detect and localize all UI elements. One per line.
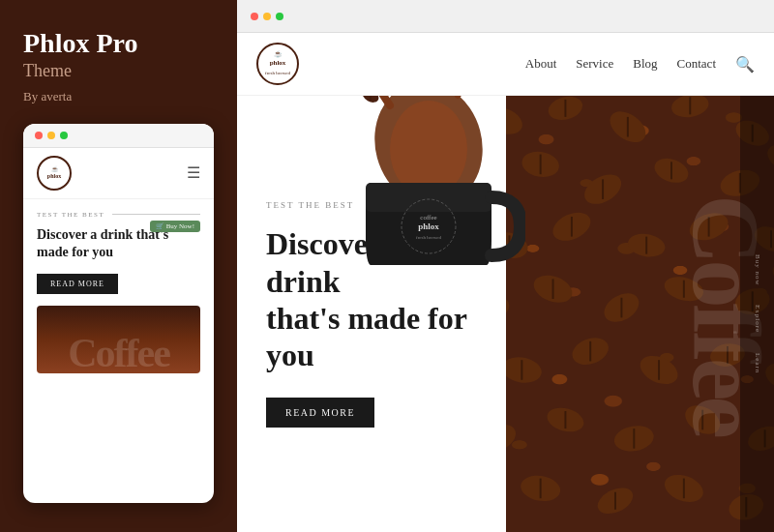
svg-text:phlox: phlox <box>418 222 439 231</box>
browser-dot-green <box>276 13 283 20</box>
coffee-splash-svg: coffee phlox fresh brewed <box>332 96 525 280</box>
hero-section: TEST THE BEST Discover a drink that's ma… <box>237 96 774 532</box>
svg-point-60 <box>506 354 544 386</box>
right-sidebar-panel: Buy now Explore Learn <box>740 96 774 532</box>
hero-left: TEST THE BEST Discover a drink that's ma… <box>237 96 506 532</box>
svg-point-70 <box>506 419 521 458</box>
browser-dot-yellow <box>263 13 271 20</box>
sidebar-right-item-2: Explore <box>754 305 761 333</box>
nav-service[interactable]: Service <box>576 56 613 72</box>
buy-now-badge[interactable]: 🛒 Buy Now! <box>150 221 200 232</box>
mobile-topbar <box>23 124 214 148</box>
nav-blog[interactable]: Blog <box>633 56 657 72</box>
svg-text:fresh brewed: fresh brewed <box>416 235 441 240</box>
hero-right: Coffee Buy now Explore Learn <box>506 96 775 532</box>
beans-svg <box>506 96 775 532</box>
mobile-coffee-text: Coffee <box>68 333 169 373</box>
brand-logo: ☕phloxfresh brewed <box>256 43 299 85</box>
svg-rect-11 <box>366 183 491 212</box>
read-more-button[interactable]: READ MORE <box>266 398 374 428</box>
hamburger-icon[interactable]: ☰ <box>187 163 200 182</box>
mobile-coffee-image: Coffee <box>37 306 200 373</box>
nav-about[interactable]: About <box>525 56 557 72</box>
dot-yellow <box>47 132 55 139</box>
dot-green <box>60 132 68 139</box>
mobile-logo: ☕phlox <box>37 156 72 191</box>
mobile-preview-card: ☕phlox ☰ TEST THE BEST 🛒 Buy Now! Discov… <box>23 124 214 503</box>
brand-logo-circle: ☕phloxfresh brewed <box>256 43 299 85</box>
mobile-test-label: TEST THE BEST <box>37 211 200 219</box>
nav-links: About Service Blog Contact 🔍 <box>525 55 755 74</box>
sidebar: Phlox Pro Theme By averta ☕phlox ☰ TEST … <box>0 0 237 532</box>
search-icon[interactable]: 🔍 <box>735 55 755 74</box>
sidebar-right-item-1: Buy now <box>754 254 761 285</box>
browser-topbar <box>237 0 774 33</box>
svg-text:coffee: coffee <box>420 214 436 222</box>
svg-point-48 <box>506 292 511 323</box>
sidebar-title: Phlox Pro Theme <box>23 29 214 81</box>
browser-nav: ☕phloxfresh brewed About Service Blog Co… <box>237 33 774 96</box>
nav-contact[interactable]: Contact <box>677 56 716 72</box>
coffee-splash-container: coffee phlox fresh brewed <box>332 96 506 260</box>
mobile-nav: ☕phlox ☰ <box>23 148 214 199</box>
mobile-read-more-button[interactable]: READ MORE <box>37 274 118 294</box>
mobile-content: TEST THE BEST 🛒 Buy Now! Discover a drin… <box>23 199 214 503</box>
sidebar-right-item-3: Learn <box>754 353 761 373</box>
sidebar-author: By averta <box>23 89 214 104</box>
main-preview: ☕phloxfresh brewed About Service Blog Co… <box>237 0 774 532</box>
logo-circle: ☕phlox <box>37 156 72 191</box>
browser-dot-red <box>251 13 258 20</box>
dot-red <box>35 132 43 139</box>
